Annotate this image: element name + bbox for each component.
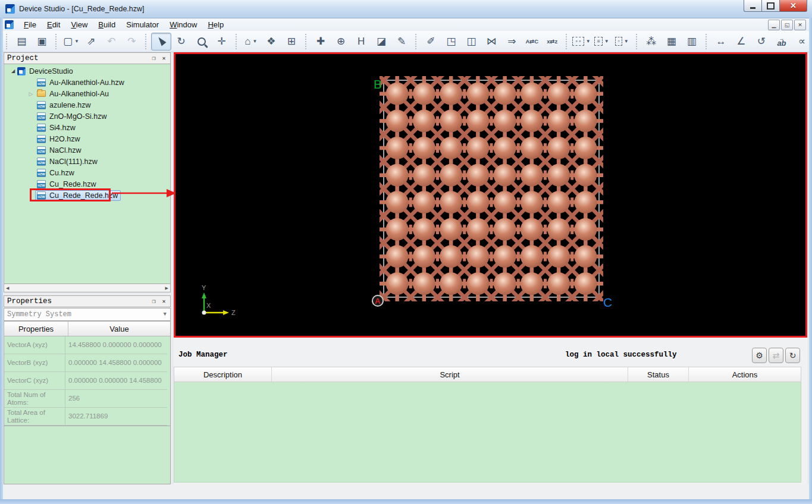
chevron-down-icon[interactable]: ▼ (586, 39, 591, 44)
job-column-actions[interactable]: Actions (689, 367, 801, 382)
maximize-button[interactable] (761, 0, 779, 12)
tree-item[interactable]: Au-Alkanethiol-Au.hzw (4, 77, 170, 88)
tree-item-chip[interactable]: azulene.hzw (35, 100, 94, 111)
erase-button[interactable]: ◪ (371, 33, 391, 51)
tree-item[interactable]: ▷Au-Alkanethiol-Au (4, 88, 170, 99)
select-atoms-mode-button[interactable]: ∘∘▼ (572, 33, 592, 51)
tree-item[interactable]: Si4.hzw (4, 122, 170, 133)
build-cluster-button[interactable]: ⁂ (641, 33, 661, 51)
properties-close-button[interactable]: ✕ (160, 298, 168, 305)
job-refresh-button[interactable]: ↻ (785, 348, 800, 363)
property-value[interactable]: 3022.711869 (65, 408, 167, 426)
tree-item-chip[interactable]: NaCl(111).hzw (35, 156, 101, 167)
build-supercell-button[interactable]: ▦ (661, 33, 682, 51)
tree-item-chip[interactable]: Cu_Rede.hzw (35, 179, 99, 190)
save-button[interactable]: ▣ (32, 33, 52, 51)
tree-item-chip[interactable]: H2O.hzw (35, 134, 83, 144)
select-cursor-button[interactable] (151, 33, 171, 51)
tree-item-chip[interactable]: Au-Alkanethiol-Au.hzw (35, 77, 127, 88)
menu-edit[interactable]: Edit (42, 19, 65, 30)
select-cell-mode-button[interactable]: ▫▼ (612, 33, 632, 51)
sketch-bond-button[interactable]: ✎ (391, 33, 412, 51)
tree-item[interactable]: NaCl.hzw (4, 144, 170, 156)
edit-bond-button[interactable]: ✐ (421, 33, 441, 51)
tree-item[interactable]: Cu_Rede.hzw (4, 178, 170, 190)
menu-view[interactable]: View (65, 19, 93, 30)
property-value[interactable]: 256 (65, 390, 167, 408)
job-column-script[interactable]: Script (272, 367, 628, 382)
tree-item-chip[interactable]: Cu_Rede_Rede.hzw (35, 190, 121, 201)
fit-view-button[interactable]: ❖ (261, 33, 281, 51)
close-button[interactable]: ✕ (779, 0, 807, 12)
job-settings-button[interactable]: ⚙ (752, 348, 767, 363)
scroll-left-icon[interactable]: ◀ (6, 286, 9, 291)
add-atom-button[interactable]: ✚ (311, 33, 331, 51)
properties-column-header[interactable]: Properties (4, 322, 68, 336)
project-float-button[interactable]: ❐ (150, 55, 158, 62)
job-column-description[interactable]: Description (174, 367, 272, 382)
property-value[interactable]: 0.000000 14.458800 0.000000 (65, 354, 167, 372)
tree-item[interactable]: NaCl(111).hzw (4, 156, 170, 167)
job-transfer-button[interactable]: ⇄ (769, 348, 783, 363)
property-value[interactable]: 14.458800 0.000000 0.000000 (65, 336, 167, 354)
convert-structure-button[interactable]: ⇒ (501, 33, 522, 51)
tree-item[interactable]: Cu_Rede_Rede.hzw (4, 190, 170, 201)
project-close-button[interactable]: ✕ (160, 55, 168, 62)
menu-simulator[interactable]: Simulator (121, 19, 164, 30)
structure-viewport[interactable]: BACYZX (174, 52, 807, 338)
chevron-down-icon[interactable]: ▼ (624, 39, 629, 44)
tree-item[interactable]: ZnO-MgO-Si.hzw (4, 111, 170, 122)
tree-item-chip[interactable]: Au-Alkanethiol-Au (35, 89, 112, 99)
tree-item[interactable]: Cu.hzw (4, 167, 170, 178)
measure-angle-button[interactable]: ∠ (731, 33, 751, 51)
tree-item[interactable]: azulene.hzw (4, 99, 170, 111)
structure-canvas[interactable]: BACYZX (175, 54, 805, 336)
properties-float-button[interactable]: ❐ (150, 298, 158, 305)
redo-button[interactable]: ↷ (121, 33, 142, 51)
tree-item-chip[interactable]: Cu.hzw (35, 168, 77, 178)
value-column-header[interactable]: Value (68, 322, 170, 336)
tree-item[interactable]: H2O.hzw (4, 133, 170, 144)
title-bar[interactable]: Device Studio - [Cu_Rede_Rede.hzw] ✕ (0, 0, 812, 18)
lattice-vectors-button[interactable]: →ab (772, 33, 792, 51)
menu-build[interactable]: Build (93, 19, 121, 30)
export-button[interactable]: ⇗ (81, 33, 101, 51)
chevron-down-icon[interactable]: ▼ (253, 39, 258, 44)
new-file-button[interactable]: ▢▼ (61, 33, 81, 51)
chevron-down-icon[interactable]: ▼ (74, 39, 79, 44)
tile-windows-button[interactable]: ⊞ (281, 33, 302, 51)
collapse-arrow-icon[interactable]: ▷ (27, 91, 35, 97)
project-horizontal-scrollbar[interactable]: ◀ ▶ (4, 284, 171, 292)
rotate-view-button[interactable]: ↻ (171, 33, 192, 51)
select-layers-mode-button[interactable]: ≡▼ (592, 33, 612, 51)
add-hydrogen-button[interactable]: H (351, 33, 371, 51)
swap-axes-xyz-button[interactable]: x⇄z (542, 33, 562, 51)
tree-item-chip[interactable]: Si4.hzw (35, 122, 79, 133)
tree-item-chip[interactable]: NaCl.hzw (35, 145, 84, 156)
extend-cell-button[interactable]: ◳ (441, 33, 461, 51)
tree-root-row[interactable]: ◢DeviceStudio (4, 65, 170, 77)
swap-axes-abc-button[interactable]: A⇄C (522, 33, 542, 51)
measure-torsion-button[interactable]: ↺ (751, 33, 772, 51)
menu-help[interactable]: Help (202, 19, 229, 30)
undo-button[interactable]: ↶ (101, 33, 121, 51)
edit-lattice-button[interactable]: ▥ (682, 33, 702, 51)
menu-window[interactable]: Window (164, 19, 202, 30)
pan-view-button[interactable]: ✛ (212, 33, 232, 51)
mirror-button[interactable]: ⋈ (481, 33, 501, 51)
import-button[interactable]: ▤ (11, 33, 32, 51)
menu-file[interactable]: File (18, 19, 42, 30)
minimize-button[interactable] (744, 0, 761, 12)
project-panel-header[interactable]: Project ❐ ✕ (4, 52, 171, 64)
zoom-view-button[interactable] (192, 33, 212, 51)
symmetry-system-select[interactable]: Symmetry System ▼ (4, 308, 171, 321)
property-value[interactable]: 0.000000 0.000000 14.458800 (65, 372, 167, 390)
mdi-minimize-button[interactable]: ▁ (768, 20, 780, 30)
mdi-close-button[interactable]: ✕ (794, 20, 806, 30)
cleave-surface-button[interactable]: ◫ (461, 33, 481, 51)
chevron-down-icon[interactable]: ▼ (604, 39, 609, 44)
properties-panel-header[interactable]: Properties ❐ ✕ (4, 295, 171, 307)
measure-distance-button[interactable]: ↔ (711, 33, 731, 51)
mdi-restore-button[interactable]: ◱ (781, 20, 793, 30)
home-view-button[interactable]: ⌂▼ (241, 33, 261, 51)
